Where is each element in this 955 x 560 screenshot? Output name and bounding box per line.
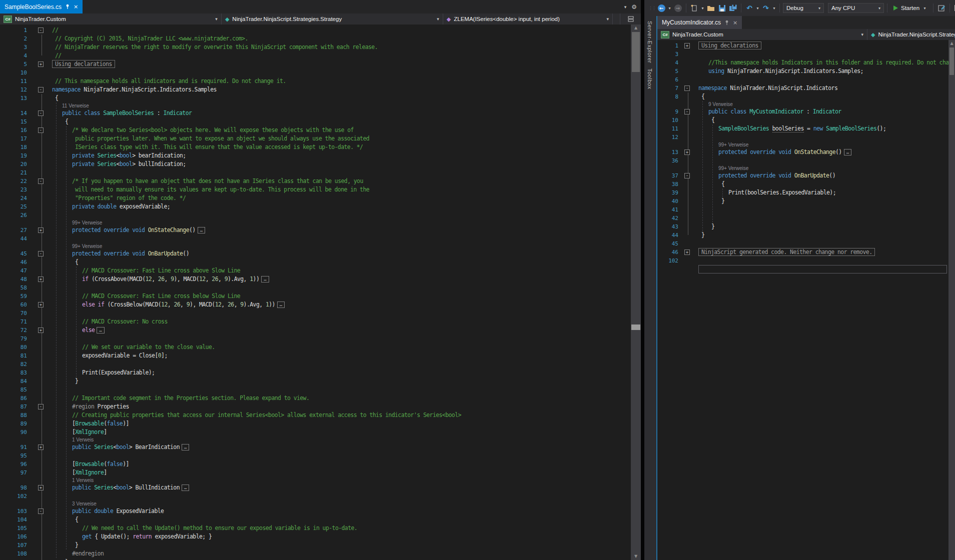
redo-dropdown-icon[interactable]: ▾	[772, 6, 776, 10]
code-line[interactable]: 90[XmlIgnore]	[0, 428, 641, 436]
code-line[interactable]: 26	[0, 211, 641, 220]
attach-tool-icon[interactable]	[936, 2, 946, 14]
fold-expand-icon[interactable]: +	[38, 62, 44, 67]
fold-expand-icon[interactable]: +	[38, 444, 44, 450]
fold-collapse-icon[interactable]: -	[38, 508, 44, 514]
fold-collapse-icon[interactable]: -	[38, 87, 44, 92]
code-line[interactable]: 11// This namespace holds all indicators…	[0, 77, 641, 86]
code-line[interactable]: 12	[657, 133, 955, 142]
tab-server-explorer[interactable]: Server-Explorer	[647, 21, 653, 64]
code-line[interactable]: 45	[657, 240, 955, 248]
code-line[interactable]: 3// NinjaTrader reserves the right to mo…	[0, 43, 641, 52]
fold-expand-icon[interactable]: +	[38, 302, 44, 308]
new-file-button[interactable]	[689, 2, 699, 14]
close-icon[interactable]: ×	[733, 20, 737, 26]
code-line[interactable]: 25private double exposedVariable;	[0, 202, 641, 211]
navigate-forward-button[interactable]: →	[673, 2, 683, 14]
collapsed-region-toggle[interactable]: …	[182, 484, 189, 491]
project-dropdown[interactable]: C# NinjaTrader.Custom ▾	[657, 29, 867, 40]
scroll-up-icon[interactable]: ▲	[631, 24, 641, 32]
collapsed-region-toggle[interactable]: …	[277, 302, 285, 308]
fold-collapse-icon[interactable]: -	[38, 178, 44, 184]
code-line[interactable]: 13+protected override void OnStateChange…	[657, 148, 955, 156]
navigate-back-dropdown-icon[interactable]: ▾	[667, 6, 672, 10]
save-button[interactable]	[717, 2, 727, 14]
left-code-editor[interactable]: 1-//2// Copyright (C) 2015, NinjaTrader …	[0, 24, 641, 560]
code-line[interactable]: 98+public Series<bool> BullIndication…	[0, 484, 641, 492]
fold-collapse-icon[interactable]: -	[38, 28, 44, 33]
code-line[interactable]: 102	[657, 256, 955, 265]
solution-configurations-select[interactable]: Debug ▾	[783, 3, 824, 13]
toolbar-drag-handle[interactable]: ⋮⋮	[648, 6, 655, 10]
code-line[interactable]: 48+if (CrossAbove(MACD(12, 26, 9), MACD(…	[0, 275, 641, 284]
code-line[interactable]: 17public properties later. When we want …	[0, 134, 641, 143]
fold-collapse-icon[interactable]: -	[38, 404, 44, 410]
code-line[interactable]: 7-namespace NinjaTrader.NinjaScript.Indi…	[657, 84, 955, 92]
code-line[interactable]: 47// MACD Crossover: Fast Line cross abo…	[0, 266, 641, 275]
close-icon[interactable]: ×	[74, 4, 78, 10]
code-line[interactable]: 11SampleBoolSeries boolSeries = new Samp…	[657, 124, 955, 133]
type-dropdown[interactable]: ◆ NinjaTrader.NinjaScript.Strategies.S	[867, 29, 955, 40]
code-line[interactable]: 5+Using declarations	[0, 60, 641, 68]
right-code-editor[interactable]: 1+Using declarations34//This namespace h…	[657, 40, 955, 560]
code-line[interactable]: 107}	[0, 541, 641, 550]
tab-sampleboolseries[interactable]: SampleBoolSeries.cs ×	[0, 0, 83, 14]
redo-button[interactable]: ↷	[761, 2, 771, 14]
navigate-back-button[interactable]: ←	[656, 2, 666, 14]
code-line[interactable]	[657, 265, 955, 274]
code-line[interactable]: 27+protected override void OnStateChange…	[0, 226, 641, 234]
code-line[interactable]: 45-protected override void OnBarUpdate()	[0, 250, 641, 258]
code-line[interactable]: 42	[657, 214, 955, 222]
code-line[interactable]: 97[XmlIgnore]	[0, 468, 641, 477]
code-line[interactable]: 102	[0, 492, 641, 500]
collapsed-region-toggle[interactable]: …	[182, 444, 189, 450]
fold-collapse-icon[interactable]: -	[38, 110, 44, 116]
save-all-button[interactable]	[728, 2, 738, 14]
code-line[interactable]: 79	[0, 334, 641, 343]
code-line[interactable]: 85	[0, 386, 641, 394]
code-line[interactable]: 44}	[657, 231, 955, 240]
document-well-dropdown-icon[interactable]: ▾	[624, 4, 627, 10]
code-line[interactable]: 24"Properties" region of the code. */	[0, 194, 641, 202]
code-line[interactable]: 1+Using declarations	[657, 42, 955, 50]
code-line[interactable]: 95	[0, 452, 641, 460]
fold-expand-icon[interactable]: +	[684, 250, 690, 255]
collapsed-region-toggle[interactable]: …	[844, 149, 851, 156]
scroll-up-icon[interactable]: ▲	[948, 40, 955, 47]
code-line[interactable]: 14-public class SampleBoolSeries : Indic…	[0, 109, 641, 118]
code-line[interactable]: 59// MACD Crossover: Fast Line cross bel…	[0, 292, 641, 300]
code-line[interactable]: 70	[0, 309, 641, 318]
code-line[interactable]: 10	[0, 68, 641, 77]
member-dropdown[interactable]: ◆ ZLEMA(ISeries<double> input, int perio…	[443, 14, 613, 24]
scroll-down-icon[interactable]: ▼	[631, 553, 641, 560]
code-line[interactable]: 82	[0, 360, 641, 368]
type-dropdown[interactable]: ◆ NinjaTrader.NinjaScript.Strategies.Str…	[222, 14, 443, 24]
code-line[interactable]: 3	[657, 50, 955, 58]
fold-expand-icon[interactable]: +	[684, 43, 690, 48]
fold-expand-icon[interactable]: +	[684, 150, 690, 155]
code-line[interactable]: 88// Creating public properties that acc…	[0, 411, 641, 420]
code-line[interactable]: 83Print(ExposedVariable);	[0, 368, 641, 377]
pin-icon[interactable]	[724, 20, 729, 26]
fold-expand-icon[interactable]: +	[38, 228, 44, 233]
code-line[interactable]: 46{	[0, 258, 641, 266]
code-line[interactable]: 41	[657, 206, 955, 214]
code-line[interactable]: 84}	[0, 377, 641, 386]
code-line[interactable]: 9-public class MyCustomIndicator : Indic…	[657, 108, 955, 116]
code-line[interactable]: 86// Important code segment in the Prope…	[0, 394, 641, 402]
open-file-button[interactable]	[706, 2, 716, 14]
code-line[interactable]: 58	[0, 284, 641, 292]
code-line[interactable]: 72+else…	[0, 326, 641, 334]
code-line[interactable]: 16-/* We declare two Series<bool> object…	[0, 126, 641, 134]
new-file-dropdown-icon[interactable]: ▾	[700, 6, 705, 10]
collapsed-region-toggle[interactable]: …	[261, 276, 269, 282]
code-line[interactable]: 21	[0, 168, 641, 177]
right-vertical-scrollbar[interactable]: ▲	[948, 40, 955, 560]
code-line[interactable]: 18ISeries class type with it. This will …	[0, 143, 641, 152]
code-line[interactable]: 39Print(boolSeries.ExposedVariable);	[657, 188, 955, 197]
code-line[interactable]: 103-public double ExposedVariable	[0, 507, 641, 516]
code-line[interactable]: 23will need to manually ensure its value…	[0, 186, 641, 194]
undo-button[interactable]: ↶	[744, 2, 754, 14]
code-line[interactable]: 46+NinjaScript generated code. Neither c…	[657, 248, 955, 256]
code-line[interactable]: 40}	[657, 197, 955, 206]
